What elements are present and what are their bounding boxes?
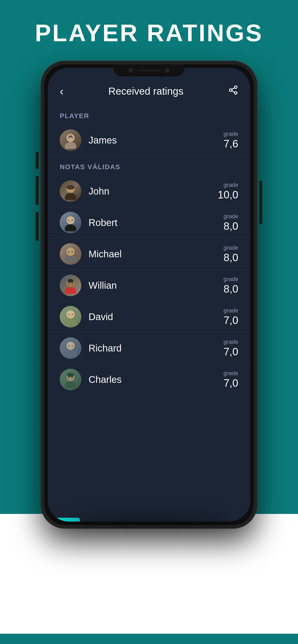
grade-label-david: grade [224,307,238,314]
grade-willian: grade 8,0 [224,276,238,295]
grade-label-richard: grade [224,338,238,345]
svg-point-22 [68,251,69,252]
power-button [259,181,262,224]
player-row-charles[interactable]: Charles grade 7,0 [48,364,250,395]
player-name-robert: Robert [89,217,224,228]
svg-point-32 [72,314,73,315]
player-row-willian[interactable]: Willian grade 8,0 [48,270,250,301]
player-row-james[interactable]: James grade 7,6 [48,124,250,156]
volume-up-button [36,152,39,169]
grade-charles: grade 7,0 [224,370,238,389]
svg-point-5 [66,134,75,142]
svg-point-12 [65,193,76,200]
svg-point-36 [72,345,73,346]
grade-value-james: 7,6 [224,138,238,150]
grade-label-michael: grade [224,244,238,251]
player-name-charles: Charles [89,374,224,385]
avatar-john [60,180,81,202]
svg-point-9 [72,137,73,138]
grade-john: grade 10,0 [218,182,238,201]
player-name-john: John [89,186,218,197]
section-header-notas: NOTAS VÁLIDAS [48,156,250,176]
grade-value-willian: 8,0 [224,283,238,295]
svg-point-35 [68,345,69,346]
avatar-david [60,306,81,328]
avatar-charles [60,369,81,390]
grade-value-john: 10,0 [218,189,238,201]
svg-line-3 [232,90,235,92]
section-header-player: PLAYER [48,105,250,124]
avatar-richard [60,337,81,359]
grade-label-charles: grade [224,370,238,376]
avatar-michael [60,243,81,265]
screen: ‹ Received ratings PLAYER [48,68,250,522]
volume-down-button [36,176,39,205]
grade-richard: grade 7,0 [224,338,238,358]
grade-value-robert: 8,0 [224,220,238,232]
svg-point-20 [66,248,75,256]
grade-james: grade 7,6 [224,130,238,150]
svg-point-28 [72,282,73,284]
grade-david: grade 7,0 [224,307,238,326]
svg-point-39 [67,373,74,377]
grade-value-richard: 7,0 [224,346,238,358]
player-row-david[interactable]: David grade 7,0 [48,301,250,332]
screen-title: Received ratings [108,86,184,97]
silent-button [36,212,39,241]
phone-frame: ‹ Received ratings PLAYER [41,61,257,528]
svg-point-17 [65,224,76,231]
grade-value-david: 7,0 [224,314,238,326]
svg-point-14 [68,188,69,190]
svg-rect-10 [68,140,73,141]
grade-michael: grade 8,0 [224,244,238,264]
svg-point-21 [65,256,76,262]
svg-point-34 [65,350,76,357]
player-name-richard: Richard [89,343,224,354]
share-button[interactable] [228,85,238,98]
svg-point-23 [72,251,73,252]
svg-point-29 [66,310,75,319]
svg-point-41 [72,376,73,378]
player-name-david: David [89,312,224,322]
phone-wrapper: ‹ Received ratings PLAYER [41,61,257,528]
svg-line-4 [232,88,235,89]
svg-point-15 [72,188,73,190]
player-row-john[interactable]: John grade 10,0 [48,176,250,207]
notch [113,64,185,76]
player-row-michael[interactable]: Michael grade 8,0 [48,238,250,270]
player-row-richard[interactable]: Richard grade 7,0 [48,332,250,364]
page-title-area: PLAYER RATINGS [0,0,298,61]
svg-point-26 [68,279,73,282]
camera-right [165,68,170,73]
grade-label-willian: grade [224,276,238,282]
svg-point-40 [68,376,69,378]
svg-point-13 [66,185,75,190]
bottom-area [0,514,298,634]
svg-point-33 [66,342,75,350]
svg-point-19 [72,220,73,221]
grade-robert: grade 8,0 [224,213,238,232]
grade-label-robert: grade [224,213,238,220]
page-title: PLAYER RATINGS [35,19,263,47]
svg-point-31 [68,314,69,315]
avatar-willian [60,274,81,296]
avatar-robert [60,212,81,233]
player-name-willian: Willian [89,280,224,291]
back-button[interactable]: ‹ [60,84,64,98]
svg-point-8 [68,137,69,138]
player-name-michael: Michael [89,249,224,260]
svg-point-38 [65,381,76,388]
camera-left [128,68,133,73]
phone-shadow [65,514,233,528]
speaker [137,69,161,72]
svg-point-6 [65,142,76,149]
grade-value-michael: 8,0 [224,252,238,264]
svg-point-27 [68,282,69,284]
player-row-robert[interactable]: Robert grade 8,0 [48,207,250,238]
svg-point-30 [65,318,76,325]
grade-value-charles: 7,0 [224,377,238,389]
svg-rect-7 [69,136,72,137]
grade-label-john: grade [218,182,238,188]
avatar-james [60,130,81,151]
content-area: PLAYER James [48,105,250,522]
